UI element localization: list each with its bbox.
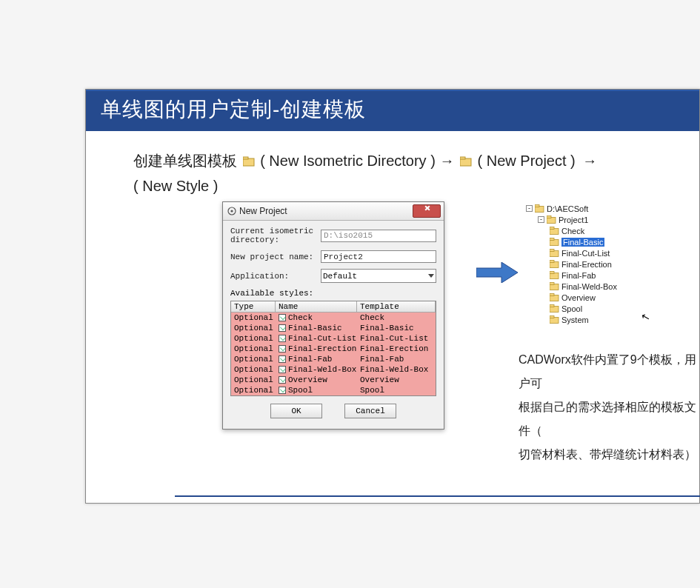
slide-title: 单线图的用户定制-创建模板 xyxy=(86,90,699,132)
dialog-title: New Project xyxy=(239,206,287,216)
table-row[interactable]: OptionalFinal-ErectionFinal-Erection xyxy=(231,344,436,354)
cell-type: Optional xyxy=(231,375,276,385)
cursor-icon: ↖ xyxy=(640,310,652,324)
checkbox-icon[interactable] xyxy=(279,335,286,342)
svg-rect-24 xyxy=(550,294,554,296)
close-button[interactable] xyxy=(413,204,441,218)
cell-type: Optional xyxy=(231,344,276,354)
cell-name: Final-Cut-List xyxy=(276,333,357,344)
cell-name: Final-Basic xyxy=(276,323,357,333)
checkbox-icon[interactable] xyxy=(279,376,286,384)
tree-item[interactable]: Final-Cut-List xyxy=(526,247,617,258)
application-select[interactable]: Default xyxy=(321,269,436,283)
label-directory: Current isometric directory: xyxy=(230,227,321,244)
checkbox-icon[interactable] xyxy=(279,355,286,363)
label-project-name: New project name: xyxy=(230,253,321,261)
dialog-titlebar: New Project xyxy=(223,202,444,221)
svg-rect-3 xyxy=(460,157,465,159)
table-row[interactable]: OptionalFinal-Cut-ListFinal-Cut-List xyxy=(231,333,436,344)
col-header-type[interactable]: Type xyxy=(231,301,276,313)
cell-name: Overview xyxy=(276,375,357,385)
cell-type: Optional xyxy=(231,313,276,323)
divider xyxy=(175,495,700,497)
label-available-styles: Available styles: xyxy=(230,289,436,298)
cell-template: Final-Cut-List xyxy=(357,333,436,344)
table-row[interactable]: OptionalFinal-Weld-BoxFinal-Weld-Box xyxy=(231,364,436,375)
svg-rect-18 xyxy=(550,261,554,263)
tree-item[interactable]: Overview xyxy=(526,292,617,303)
new-project-dialog: New Project Current isometric directory:… xyxy=(222,201,444,430)
collapse-icon[interactable]: - xyxy=(526,205,533,212)
description-text: CADWorx软件内置了9个模板，用户可 根据自己的需求选择相应的模板文件（ 切… xyxy=(519,348,699,467)
cell-template: Spool xyxy=(357,385,436,395)
flow-description: 创建单线图模板 ( New Isometric Directory ) → ( … xyxy=(133,148,699,198)
table-row[interactable]: OptionalOverviewOverview xyxy=(231,375,436,385)
cell-template: Check xyxy=(357,313,436,323)
folder-icon xyxy=(243,149,255,159)
chevron-down-icon xyxy=(428,274,434,278)
cell-name: Final-Fab xyxy=(276,354,357,364)
cell-name: Spool xyxy=(276,385,357,395)
svg-point-5 xyxy=(230,210,233,212)
tree-project-node[interactable]: -Project1 xyxy=(526,214,617,225)
cell-type: Optional xyxy=(231,323,276,333)
tree-item[interactable]: System xyxy=(526,314,617,325)
gear-icon xyxy=(227,207,236,216)
svg-rect-28 xyxy=(550,316,554,318)
label-application: Application: xyxy=(230,272,321,281)
svg-rect-14 xyxy=(550,238,554,241)
svg-rect-26 xyxy=(550,305,554,307)
checkbox-icon[interactable] xyxy=(279,387,286,394)
svg-rect-8 xyxy=(535,205,539,207)
cell-type: Optional xyxy=(231,364,276,375)
tree-item[interactable]: Final-Erection xyxy=(526,258,617,270)
table-row[interactable]: OptionalFinal-BasicFinal-Basic xyxy=(231,323,436,333)
cell-template: Final-Weld-Box xyxy=(357,364,436,375)
collapse-icon[interactable]: - xyxy=(538,216,544,223)
svg-rect-20 xyxy=(550,272,554,274)
svg-rect-16 xyxy=(550,250,554,252)
tree-item[interactable]: Spool xyxy=(526,303,617,314)
ok-button[interactable]: OK xyxy=(270,404,322,418)
svg-rect-22 xyxy=(550,283,554,285)
cell-name: Check xyxy=(276,313,357,323)
slide-content: 创建单线图模板 ( New Isometric Directory ) → ( … xyxy=(86,132,699,438)
tree-item[interactable]: Final-Weld-Box xyxy=(526,281,617,292)
cell-type: Optional xyxy=(231,385,276,395)
folder-icon xyxy=(460,149,472,159)
col-header-template[interactable]: Template xyxy=(357,301,436,313)
col-header-name[interactable]: Name xyxy=(276,301,357,313)
checkbox-icon[interactable] xyxy=(279,324,286,332)
cell-template: Final-Fab xyxy=(357,354,436,364)
tree-root-node[interactable]: -D:\AECSoft xyxy=(526,203,617,214)
slide: 单线图的用户定制-创建模板 创建单线图模板 ( New Isometric Di… xyxy=(85,89,700,504)
project-name-input[interactable] xyxy=(321,250,436,263)
cell-name: Final-Weld-Box xyxy=(276,364,357,375)
cancel-button[interactable]: Cancel xyxy=(344,404,396,418)
cell-name: Final-Erection xyxy=(276,344,357,354)
folder-tree: -D:\AECSoft-Project1CheckFinal-BasicFina… xyxy=(526,203,617,325)
checkbox-icon[interactable] xyxy=(279,366,286,373)
svg-marker-6 xyxy=(476,262,518,283)
tree-item[interactable]: Final-Fab xyxy=(526,270,617,281)
checkbox-icon[interactable] xyxy=(279,314,286,321)
table-row[interactable]: OptionalFinal-FabFinal-Fab xyxy=(231,354,436,364)
svg-rect-1 xyxy=(243,157,248,159)
table-row[interactable]: OptionalSpoolSpool xyxy=(231,385,436,395)
svg-rect-10 xyxy=(547,216,551,218)
cell-template: Final-Erection xyxy=(357,344,436,354)
tree-item[interactable]: Check xyxy=(526,225,617,236)
cell-template: Final-Basic xyxy=(357,323,436,333)
svg-rect-12 xyxy=(550,227,554,230)
cell-type: Optional xyxy=(231,354,276,364)
tree-item[interactable]: Final-Basic xyxy=(526,236,617,247)
directory-field xyxy=(321,230,436,242)
table-row[interactable]: OptionalCheckCheck xyxy=(231,313,436,323)
styles-table: Type Name Template OptionalCheckCheckOpt… xyxy=(230,301,436,396)
arrow-right-icon xyxy=(476,262,518,283)
checkbox-icon[interactable] xyxy=(279,345,286,353)
cell-template: Overview xyxy=(357,375,436,385)
cell-type: Optional xyxy=(231,333,276,344)
